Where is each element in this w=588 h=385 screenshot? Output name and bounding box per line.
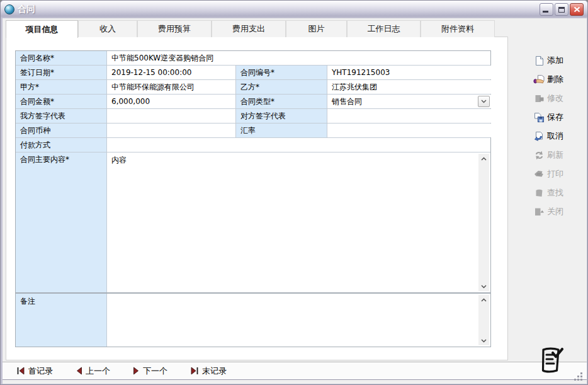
contract-name-value[interactable]: 中节能500KW逆变器购销合同 [107,51,490,65]
save-button-label: 保存 [547,112,563,123]
cancel-button[interactable]: 取消 [529,127,585,146]
sign-date-label: 签订日期* [16,66,107,79]
record-navigation-bar: 首记录 上一个 下一个 末记录 [3,362,587,380]
form-row: 签订日期* 2019-12-15 00:00:00 合同编号* YHT19121… [16,66,490,80]
titlebar[interactable]: 合同 [1,1,587,18]
close-form-button: 关闭 [529,202,585,221]
contract-no-value[interactable]: YHT191215003 [327,66,491,79]
currency-value[interactable] [107,124,236,137]
refresh-button: 刷新 [529,146,585,164]
close-form-button-label: 关闭 [547,206,563,217]
scroll-up-icon[interactable] [478,295,489,304]
form-row: 合同币种 汇率 [16,124,490,138]
contract-type-select[interactable]: 销售合同 [327,95,491,108]
tab-strip: 项目信息 收入 费用预算 费用支出 图片 工作日志 附件资料 [6,20,495,37]
sign-date-value[interactable]: 2019-12-15 00:00:00 [107,66,236,79]
print-button-label: 打印 [547,168,563,180]
form-row-main-content: 合同主要内容* 内容 [16,152,490,292]
exchange-rate-value[interactable] [327,124,491,137]
last-record-label: 末记录 [202,365,227,377]
contract-type-value: 销售合同 [327,95,491,108]
save-button[interactable]: 保存 [529,108,585,127]
amount-label: 合同金额* [16,95,107,108]
contract-no-label: 合同编号* [236,66,327,79]
tab-work-log[interactable]: 工作日志 [347,20,421,37]
find-button: 查找 [529,183,585,202]
add-button-label: 添加 [547,55,563,66]
next-record-icon [133,367,140,375]
delete-button[interactable]: 删除 [529,70,585,89]
remark-textarea[interactable] [107,294,490,347]
close-form-icon [533,206,545,217]
form-row: 合同金额* 6,000,000 合同类型* 销售合同 [16,95,490,109]
scroll-down-icon[interactable] [478,282,489,291]
their-signer-value[interactable] [327,109,491,123]
last-record-icon [190,367,199,375]
window-body: 项目信息 收入 费用预算 费用支出 图片 工作日志 附件资料 合同名称* 中节能… [3,18,587,384]
contract-form-grid: 合同名称* 中节能500KW逆变器购销合同 签订日期* 2019-12-15 0… [15,50,491,293]
add-document-icon [533,55,545,66]
modify-button-label: 修改 [547,93,563,104]
delete-hand-icon [533,74,545,85]
form-row: 甲方* 中节能环保能源有限公司 乙方* 江苏兆伏集团 [16,80,490,95]
next-record-button[interactable]: 下一个 [133,365,167,377]
previous-record-label: 上一个 [86,365,110,377]
tab-expense-budget[interactable]: 费用预算 [137,20,212,37]
payment-label: 付款方式 [16,138,107,152]
currency-label: 合同币种 [16,124,107,137]
party-a-label: 甲方* [16,80,107,94]
tab-attachments[interactable]: 附件资料 [421,20,495,37]
find-button-label: 查找 [547,187,563,198]
window-title: 合同 [18,4,540,15]
contract-window: 合同 项目信息 收入 费用预算 费用支出 图片 工作日志 附件资料 合同名称 [0,0,588,385]
cancel-undo-icon [533,130,545,142]
form-row: 我方签字代表 对方签字代表 [16,109,490,124]
contract-name-label: 合同名称* [16,51,107,65]
previous-record-icon [76,367,82,375]
party-b-value[interactable]: 江苏兆伏集团 [327,80,491,94]
amount-value[interactable]: 6,000,000 [107,95,236,108]
contract-type-dropdown-button[interactable] [478,96,490,107]
form-row: 付款方式 [16,138,490,152]
add-button[interactable]: 添加 [529,51,585,70]
maximize-button[interactable] [555,3,568,16]
tab-project-info[interactable]: 项目信息 [6,20,78,38]
refresh-icon [533,149,545,161]
contract-sketch-icon [535,344,567,379]
remark-row: 备注 [15,293,491,347]
tab-page-project-info: 合同名称* 中节能500KW逆变器购销合同 签订日期* 2019-12-15 0… [6,37,508,360]
tab-expense-spend[interactable]: 费用支出 [212,20,286,37]
remark-scrollbar[interactable] [478,295,489,345]
chevron-down-icon [481,100,487,103]
delete-button-label: 删除 [547,74,563,85]
find-icon [533,187,545,198]
refresh-button-label: 刷新 [547,149,563,161]
our-signer-value[interactable] [107,109,236,123]
form-row: 合同名称* 中节能500KW逆变器购销合同 [16,51,490,66]
main-content-scrollbar[interactable] [478,154,489,291]
next-record-label: 下一个 [143,365,167,377]
main-content-textarea[interactable]: 内容 [107,152,490,292]
close-button[interactable] [570,3,584,16]
modify-button: 修改 [529,89,585,108]
scroll-up-icon[interactable] [478,154,489,163]
modify-icon [533,93,545,104]
remark-label: 备注 [16,294,107,347]
party-a-value[interactable]: 中节能环保能源有限公司 [107,80,236,94]
last-record-button[interactable]: 末记录 [190,365,227,377]
first-record-icon [16,367,25,375]
action-sidebar: 添加 删除 修改 [529,51,585,221]
tab-pictures[interactable]: 图片 [286,20,347,37]
resize-grip[interactable] [570,371,584,384]
first-record-button[interactable]: 首记录 [16,365,53,377]
save-floppy-icon [533,112,545,123]
minimize-icon [543,11,548,13]
minimize-button[interactable] [540,3,553,16]
scroll-down-icon[interactable] [478,336,489,345]
maximize-icon [558,7,565,13]
tab-income[interactable]: 收入 [78,20,137,37]
payment-value[interactable] [107,138,490,152]
close-icon [574,6,580,13]
previous-record-button[interactable]: 上一个 [76,365,110,377]
their-signer-label: 对方签字代表 [236,109,327,123]
